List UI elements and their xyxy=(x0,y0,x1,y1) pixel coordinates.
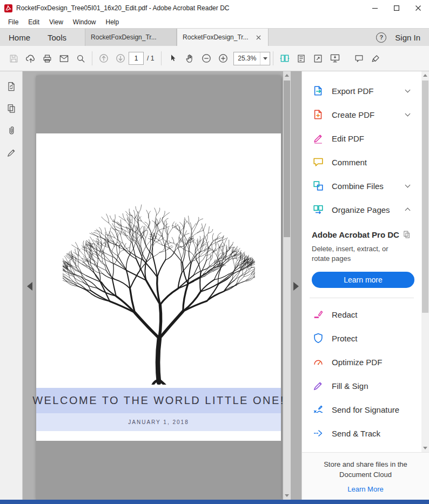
email-button[interactable] xyxy=(56,49,72,68)
zoom-dropdown-caret[interactable] xyxy=(260,52,270,65)
search-button[interactable] xyxy=(72,49,89,68)
page-display-button[interactable] xyxy=(276,49,293,68)
export-pdf-icon xyxy=(312,84,325,97)
document-scrollbar[interactable] xyxy=(283,71,291,500)
tool-label: Fill & Sign xyxy=(332,381,368,391)
hand-tool-button[interactable] xyxy=(181,49,198,68)
sign-in-link[interactable]: Sign In xyxy=(395,33,420,42)
create-pdf-icon xyxy=(312,108,325,121)
tool-label: Organize Pages xyxy=(332,205,390,214)
page-banner-title: WELCOME TO THE WORLD LITTLE ONE! xyxy=(36,388,281,413)
footer-learn-more-link[interactable]: Learn More xyxy=(347,485,383,493)
taskbar-edge xyxy=(0,500,429,504)
window-controls xyxy=(364,0,429,16)
menu-view[interactable]: View xyxy=(44,17,68,28)
page-number-input[interactable] xyxy=(129,52,144,65)
menu-window[interactable]: Window xyxy=(68,17,101,28)
chevron-down-icon[interactable] xyxy=(405,111,411,117)
scroll-down-button[interactable] xyxy=(421,444,429,452)
menu-bar: File Edit View Window Help xyxy=(0,16,429,28)
tool-label: Export PDF xyxy=(332,86,374,96)
organize-pages-icon xyxy=(312,203,325,216)
tool-send-track[interactable]: Send & Track xyxy=(302,421,421,445)
tool-export-pdf[interactable]: Export PDF xyxy=(302,79,421,103)
acrobat-window: RocketFoxDesign_Tree05I01_16x20_Edit.pdf… xyxy=(0,0,429,504)
main-area: WELCOME TO THE WORLD LITTLE ONE! JANUARY… xyxy=(0,71,429,500)
pdf-page: WELCOME TO THE WORLD LITTLE ONE! JANUARY… xyxy=(36,76,281,500)
document-tab-inactive[interactable]: RocketFoxDesign_Tr... xyxy=(85,29,177,46)
convert-pdf-icon xyxy=(6,81,17,92)
tool-edit-pdf[interactable]: Edit PDF xyxy=(302,126,421,150)
tool-optimize-pdf[interactable]: Optimize PDF xyxy=(302,350,421,374)
tab-home[interactable]: Home xyxy=(0,29,39,46)
tool-label: Protect xyxy=(332,334,358,343)
scroll-up-button[interactable] xyxy=(283,71,291,79)
scrollbar-thumb[interactable] xyxy=(422,80,428,313)
presentation-mode-button[interactable] xyxy=(326,49,343,68)
select-tool-button[interactable] xyxy=(164,49,181,68)
close-button[interactable] xyxy=(407,0,429,16)
tool-label: Create PDF xyxy=(332,110,374,119)
fit-page-button[interactable] xyxy=(293,49,310,68)
tools-pane-toggle-arrow[interactable] xyxy=(293,282,299,291)
attachments-button[interactable] xyxy=(5,124,18,137)
save-button[interactable] xyxy=(5,49,22,68)
copy-pages-icon xyxy=(6,103,17,114)
print-button[interactable] xyxy=(39,49,56,68)
page-top-band xyxy=(36,76,281,133)
highlight-tool-button[interactable] xyxy=(367,49,384,68)
chevron-down-icon[interactable] xyxy=(405,88,411,93)
menu-file[interactable]: File xyxy=(3,17,23,28)
zoom-level-button[interactable] xyxy=(310,49,326,68)
minimize-button[interactable] xyxy=(364,0,386,16)
help-icon[interactable]: ? xyxy=(376,32,386,43)
tool-send-for-signature[interactable]: Send for Signature xyxy=(302,398,421,421)
tool-protect[interactable]: Protect xyxy=(302,326,421,350)
tools-panel-scrollbar[interactable] xyxy=(421,71,429,452)
chevron-up-icon[interactable] xyxy=(405,208,411,213)
zoom-level-dropdown[interactable]: 25.3% xyxy=(233,52,270,65)
signatures-button[interactable] xyxy=(5,146,18,159)
zoom-in-button[interactable] xyxy=(215,49,231,68)
tool-comment[interactable]: Comment xyxy=(302,150,421,174)
document-tab-label: RocketFoxDesign_Tr... xyxy=(183,33,249,41)
previous-page-icon xyxy=(98,53,109,64)
chevron-down-icon[interactable] xyxy=(405,183,411,188)
menu-help[interactable]: Help xyxy=(101,17,124,28)
maximize-button[interactable] xyxy=(386,0,407,16)
tool-label: Comment xyxy=(332,158,367,167)
convert-pdf-button[interactable] xyxy=(5,80,18,93)
send-track-icon xyxy=(312,427,325,440)
menu-edit[interactable]: Edit xyxy=(23,17,44,28)
document-viewport[interactable]: WELCOME TO THE WORLD LITTLE ONE! JANUARY… xyxy=(23,71,291,500)
tool-combine-files[interactable]: Combine Files xyxy=(302,174,421,198)
tab-close-icon[interactable] xyxy=(254,33,263,42)
learn-more-button[interactable]: Learn more xyxy=(312,272,414,288)
arrow-down-icon xyxy=(423,447,427,449)
tool-redact[interactable]: Redact xyxy=(302,303,421,326)
comment-bubble-icon xyxy=(354,53,364,64)
redact-icon xyxy=(312,308,325,321)
tool-fill-sign[interactable]: Fill & Sign xyxy=(302,374,421,398)
next-page-button[interactable] xyxy=(112,49,129,68)
save-to-cloud-button[interactable] xyxy=(22,49,39,68)
scroll-down-button[interactable] xyxy=(283,492,291,500)
promo-title: Adobe Acrobat Pro DC xyxy=(312,230,399,239)
page-bottom-band xyxy=(36,441,281,500)
tab-tools[interactable]: Tools xyxy=(39,29,75,46)
promo-description: Delete, insert, extract, or rotate pages xyxy=(312,244,405,263)
comment-tool-button[interactable] xyxy=(351,49,367,68)
pane-gutter xyxy=(291,71,301,500)
hand-tool-icon xyxy=(184,53,195,64)
tool-organize-pages[interactable]: Organize Pages xyxy=(302,198,421,221)
previous-page-button[interactable] xyxy=(95,49,112,68)
scroll-up-button[interactable] xyxy=(421,71,429,79)
caret-down-icon xyxy=(263,57,267,60)
title-bar: RocketFoxDesign_Tree05I01_16x20_Edit.pdf… xyxy=(0,0,429,16)
tool-create-pdf[interactable]: Create PDF xyxy=(302,103,421,126)
scrollbar-thumb[interactable] xyxy=(284,80,290,237)
zoom-out-button[interactable] xyxy=(198,49,215,68)
left-pane-toggle-arrow[interactable] xyxy=(27,282,32,291)
copy-pages-button[interactable] xyxy=(5,102,18,115)
document-tab-active[interactable]: RocketFoxDesign_Tr... xyxy=(177,29,269,46)
